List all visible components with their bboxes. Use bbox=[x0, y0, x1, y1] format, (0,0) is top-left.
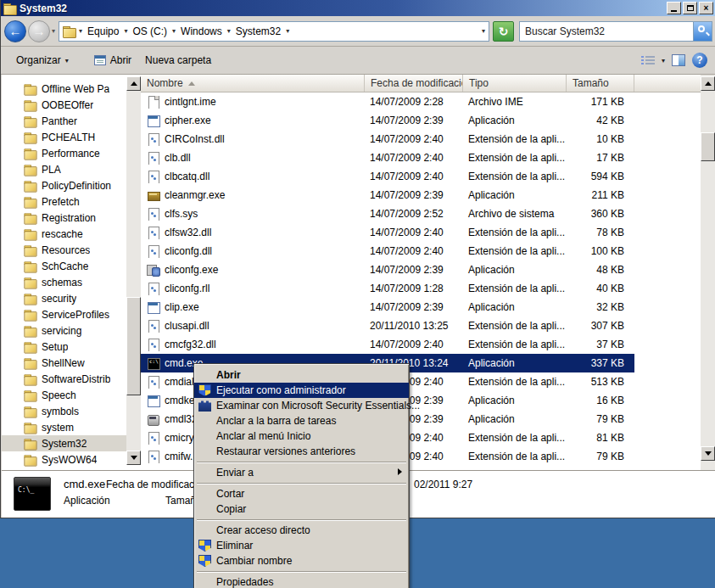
search-box[interactable]: Buscar System32 bbox=[519, 21, 712, 42]
sidebar-folder-item[interactable]: rescache bbox=[2, 226, 127, 242]
sidebar-scrollbar[interactable] bbox=[126, 76, 141, 465]
folder-icon bbox=[24, 132, 36, 142]
preview-pane-icon[interactable] bbox=[672, 54, 685, 66]
organize-button[interactable]: Organizar ▾ bbox=[9, 51, 75, 70]
context-menu-item[interactable]: Cortar bbox=[194, 486, 409, 501]
open-button[interactable]: Abrir bbox=[87, 51, 138, 70]
close-button[interactable]: × bbox=[699, 2, 713, 14]
search-icon[interactable] bbox=[693, 22, 712, 41]
sidebar-folder-item[interactable]: schemas bbox=[2, 274, 127, 290]
context-menu-item[interactable]: Enviar a bbox=[194, 465, 409, 480]
sidebar-folder-item[interactable]: Setup bbox=[2, 339, 127, 355]
address-dropdown-icon[interactable]: ▾ bbox=[482, 27, 485, 35]
sidebar-scroll-up[interactable] bbox=[126, 76, 141, 91]
list-scroll-down[interactable] bbox=[701, 446, 715, 461]
column-header-date[interactable]: Fecha de modificación bbox=[365, 75, 463, 92]
breadcrumb-item[interactable]: Equipo bbox=[87, 25, 119, 37]
folder-icon bbox=[24, 229, 36, 238]
window-folder-icon bbox=[3, 3, 16, 14]
sidebar-scroll-down[interactable] bbox=[126, 451, 141, 465]
sidebar-folder-item[interactable]: System32 bbox=[2, 435, 127, 451]
folder-icon bbox=[24, 439, 36, 448]
search-input[interactable]: Buscar System32 bbox=[520, 25, 693, 37]
file-row[interactable]: cliconfg.exe 14/07/2009 2:39 Aplicación … bbox=[141, 260, 701, 279]
sidebar-folder-item[interactable]: Panther bbox=[2, 113, 127, 129]
sidebar-folder-item[interactable]: Speech bbox=[2, 387, 127, 403]
breadcrumb-separator-icon[interactable]: ▾ bbox=[286, 27, 289, 35]
file-row[interactable]: cipher.exe 14/07/2009 2:39 Aplicación 42… bbox=[141, 111, 701, 130]
file-row[interactable]: clfsw32.dll 14/07/2009 2:40 Extensión de… bbox=[141, 223, 701, 242]
address-bar[interactable]: ▾Equipo▾OS (C:)▾Windows▾System32▾ ▾ bbox=[59, 21, 489, 42]
column-header-size[interactable]: Tamaño bbox=[567, 75, 634, 92]
context-menu-item[interactable]: Ejecutar como administrador bbox=[194, 383, 409, 398]
sidebar-folder-item[interactable]: Prefetch bbox=[2, 193, 127, 210]
file-row[interactable]: cintlgnt.ime 14/07/2009 2:28 Archivo IME… bbox=[141, 92, 701, 111]
context-menu-item[interactable]: Crear acceso directo bbox=[194, 523, 409, 538]
sidebar-folder-item[interactable]: OOBEOffer bbox=[2, 97, 127, 113]
sidebar-folder-item[interactable]: ServiceProfiles bbox=[2, 306, 127, 322]
breadcrumb-separator-icon[interactable]: ▾ bbox=[79, 27, 82, 35]
context-menu-item[interactable]: Abrir bbox=[194, 367, 409, 383]
context-menu-item[interactable]: Anclar al menú Inicio bbox=[194, 428, 409, 444]
sidebar-folder-item[interactable]: PolicyDefinition bbox=[2, 177, 127, 193]
sidebar-folder-item[interactable]: security bbox=[2, 290, 127, 306]
breadcrumb-item[interactable]: OS (C:) bbox=[132, 25, 167, 37]
file-row[interactable]: cleanmgr.exe 14/07/2009 2:39 Aplicación … bbox=[141, 186, 701, 204]
column-header-type[interactable]: Tipo bbox=[463, 75, 567, 92]
breadcrumb-separator-icon[interactable]: ▾ bbox=[172, 27, 176, 35]
maximize-button[interactable] bbox=[683, 2, 697, 14]
minimize-button[interactable] bbox=[667, 2, 681, 14]
breadcrumb-item[interactable]: Windows bbox=[181, 25, 222, 37]
list-scrollbar[interactable] bbox=[701, 75, 715, 470]
change-view-icon[interactable] bbox=[641, 55, 655, 66]
breadcrumb-separator-icon[interactable]: ▾ bbox=[227, 27, 231, 35]
details-modified-value: 02/2011 9:27 bbox=[414, 479, 472, 490]
sidebar-folder-item[interactable]: Offline Web Pa bbox=[2, 81, 127, 97]
column-header-name[interactable]: Nombre bbox=[141, 75, 365, 92]
file-row[interactable]: cliconfg.dll 14/07/2009 2:40 Extensión d… bbox=[141, 242, 701, 260]
context-menu-item[interactable]: Restaurar versiones anteriores bbox=[194, 444, 409, 459]
sidebar-scroll-thumb[interactable] bbox=[126, 297, 141, 395]
sidebar-folder-item[interactable]: ShellNew bbox=[2, 355, 127, 371]
file-row[interactable]: clip.exe 14/07/2009 2:39 Aplicación 32 K… bbox=[141, 298, 701, 316]
file-row[interactable]: clbcatq.dll 14/07/2009 2:40 Extensión de… bbox=[141, 167, 701, 186]
sidebar-folder-item[interactable]: Registration bbox=[2, 210, 127, 226]
back-button[interactable]: ← bbox=[4, 20, 26, 42]
sidebar-folder-item[interactable]: SysWOW64 bbox=[2, 451, 127, 468]
breadcrumb-separator-icon[interactable]: ▾ bbox=[124, 27, 127, 35]
sidebar-folder-item[interactable]: SoftwareDistrib bbox=[2, 371, 127, 387]
context-menu-item[interactable]: Eliminar bbox=[194, 538, 409, 553]
context-menu-item[interactable]: Copiar bbox=[194, 501, 409, 517]
context-menu-item[interactable]: Examinar con Microsoft Security Essentia… bbox=[194, 398, 409, 413]
new-folder-button[interactable]: Nueva carpeta bbox=[138, 51, 218, 70]
refresh-button[interactable]: ↻ bbox=[493, 21, 514, 42]
title-bar[interactable]: System32 × bbox=[1, 0, 715, 16]
forward-button[interactable]: → bbox=[28, 20, 50, 42]
sidebar-folder-item[interactable]: symbols bbox=[2, 403, 127, 419]
sidebar-folder-item[interactable]: servicing bbox=[2, 322, 127, 339]
sidebar-folder-item[interactable]: Resources bbox=[2, 242, 127, 258]
context-menu-item[interactable]: Anclar a la barra de tareas bbox=[194, 413, 409, 428]
sidebar-folder-item[interactable]: Performance bbox=[2, 145, 127, 161]
file-row[interactable]: clfs.sys 14/07/2009 2:52 Archivo de sist… bbox=[141, 204, 701, 223]
history-dropdown-icon[interactable]: ▾ bbox=[52, 27, 55, 35]
list-scroll-thumb[interactable] bbox=[701, 132, 715, 161]
sidebar-folder-item[interactable]: PLA bbox=[2, 161, 127, 177]
submenu-arrow-icon bbox=[398, 468, 402, 475]
file-row[interactable]: cliconfg.rll 14/07/2009 1:28 Extensión d… bbox=[141, 279, 701, 298]
sidebar-folder-item[interactable]: SchCache bbox=[2, 258, 127, 274]
context-menu-item[interactable]: Propiedades bbox=[194, 574, 409, 588]
views-chevron-icon[interactable]: ▾ bbox=[662, 57, 665, 64]
file-row[interactable]: clb.dll 14/07/2009 2:40 Extensión de la … bbox=[141, 148, 701, 167]
file-row[interactable]: clusapi.dll 20/11/2010 13:25 Extensión d… bbox=[141, 316, 701, 335]
sidebar-folder-item[interactable]: system bbox=[2, 419, 127, 435]
list-scroll-up[interactable] bbox=[701, 76, 715, 91]
menu-item-icon bbox=[198, 576, 211, 588]
menu-item-icon bbox=[198, 467, 211, 479]
file-row[interactable]: cmcfg32.dll 14/07/2009 2:40 Extensión de… bbox=[141, 335, 701, 354]
sidebar-folder-item[interactable]: PCHEALTH bbox=[2, 129, 127, 145]
help-icon[interactable]: ? bbox=[692, 53, 707, 68]
breadcrumb-item[interactable]: System32 bbox=[236, 25, 281, 37]
context-menu-item[interactable]: Cambiar nombre bbox=[194, 553, 409, 568]
file-row[interactable]: CIRCoInst.dll 14/07/2009 2:40 Extensión … bbox=[141, 130, 701, 148]
